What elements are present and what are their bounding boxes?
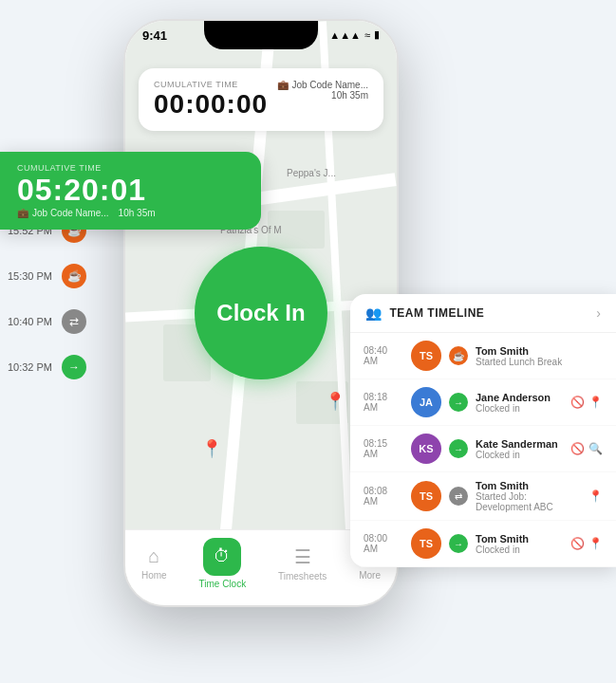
timeclock-icon: ⏱	[214, 546, 231, 566]
team-person-status-1: Started Lunch Break	[476, 357, 595, 367]
nav-item-timesheets[interactable]: ☰ Timesheets	[278, 545, 327, 581]
team-person-info-3: Kate Sanderman Clocked in	[476, 438, 563, 460]
timeline-time-4: 10:32 PM	[0, 361, 52, 373]
team-time-5: 08:00 AM	[364, 533, 403, 554]
team-action-3: →	[449, 439, 468, 458]
clock-in-button[interactable]: Clock In	[195, 247, 327, 379]
team-timeline-title: TEAM TIMELINE	[390, 306, 485, 320]
timeline-item-4: 10:32 PM →	[0, 355, 152, 379]
team-person-status-3: Clocked in	[476, 450, 563, 460]
team-entry-1: 08:40 AM TS ☕ Tom Smith Started Lunch Br…	[350, 333, 616, 379]
team-action-1: ☕	[449, 346, 468, 365]
nav-label-more: More	[359, 570, 381, 581]
timeline-item-2: 15:30 PM ☕	[0, 264, 152, 288]
nav-label-timesheets: Timesheets	[278, 571, 327, 581]
switch-icon: ⇄	[69, 315, 79, 328]
clockin-icon-2: →	[454, 397, 463, 408]
timeline-panel: 15:52 PM ☕ 15:30 PM ☕ 10:40 PM ⇄ 10:32 P…	[0, 218, 152, 400]
team-icons-right-5: 🚫 📍	[570, 537, 603, 550]
no-note-icon-3: 🚫	[570, 442, 585, 455]
team-person-name-5: Tom Smith	[476, 533, 563, 545]
team-icon: 👥	[365, 305, 383, 321]
timeline-time-2: 15:30 PM	[0, 270, 52, 282]
nav-label-home: Home	[141, 570, 167, 581]
avatar-initials-3: KS	[411, 434, 441, 464]
team-avatar-2: JA	[411, 387, 441, 417]
clockin-icon-5: →	[454, 539, 463, 549]
team-timeline-card: 👥 TEAM TIMELINE › 08:40 AM TS ☕ Tom Smit…	[350, 294, 616, 567]
avatar-initials-5: TS	[411, 528, 441, 559]
home-icon: ⌂	[148, 545, 159, 567]
team-entry-2: 08:18 AM JA → Jane Anderson Clocked in 🚫…	[350, 379, 616, 426]
no-note-icon-5: 🚫	[570, 537, 585, 550]
team-action-5: →	[449, 534, 468, 553]
clockin-icon: →	[68, 360, 80, 374]
team-avatar-5: TS	[411, 528, 441, 559]
signal-icon: ▲▲▲	[329, 29, 361, 41]
team-action-4: ⇄	[449, 487, 468, 506]
team-avatar-1: TS	[411, 341, 441, 371]
job-code-row: 💼 Job Code Name... 10h 35m	[277, 80, 368, 101]
team-person-info-2: Jane Anderson Clocked in	[476, 392, 563, 414]
timesheets-icon: ☰	[294, 545, 311, 568]
team-avatar-4: TS	[411, 481, 441, 511]
team-person-info-5: Tom Smith Clocked in	[476, 533, 563, 555]
briefcase-icon-green: 💼	[17, 208, 28, 218]
location-icon-2: 📍	[588, 396, 603, 409]
team-icons-right-3: 🚫 🔍	[570, 442, 603, 455]
timeline-item-3: 10:40 PM ⇄	[0, 309, 152, 334]
team-chevron-icon[interactable]: ›	[596, 305, 601, 321]
timeline-dot-4: →	[62, 355, 86, 379]
map-pin-2: 📍	[325, 391, 345, 412]
green-cumulative-card: CUMULATIVE TIME 05:20:01 💼 Job Code Name…	[0, 152, 261, 230]
timeline-dot-2: ☕	[62, 264, 86, 288]
team-person-info-4: Tom Smith Started Job: Development ABC	[476, 480, 581, 512]
team-time-2: 08:18 AM	[364, 392, 403, 413]
green-job-info: 💼 Job Code Name... 10h 35m	[17, 208, 244, 218]
team-entry-5: 08:00 AM TS → Tom Smith Clocked in 🚫 📍	[350, 521, 616, 567]
location-icon-3: 🔍	[588, 442, 603, 455]
header-card: CUMULATIVE TIME 00:00:00 💼 Job Code Name…	[139, 68, 383, 131]
timeline-time-3: 10:40 PM	[0, 316, 52, 327]
status-time: 9:41	[142, 28, 167, 43]
nav-item-timeclock[interactable]: ⏱ Time Clock	[199, 538, 247, 589]
location-icon-4: 📍	[588, 489, 603, 503]
team-person-name-4: Tom Smith	[476, 480, 581, 491]
switch-icon-4: ⇄	[455, 491, 462, 502]
team-person-name-2: Jane Anderson	[476, 392, 563, 403]
avatar-initials-1: TS	[411, 341, 441, 371]
team-icons-right-4: 📍	[588, 489, 603, 503]
team-timeline-header: 👥 TEAM TIMELINE ›	[350, 294, 616, 333]
timeclock-active-bg: ⏱	[203, 538, 241, 576]
team-entry-3: 08:15 AM KS → Kate Sanderman Clocked in …	[350, 426, 616, 472]
team-person-status-5: Clocked in	[476, 545, 563, 555]
team-time-3: 08:15 AM	[364, 438, 403, 459]
break-icon: ☕	[67, 269, 82, 283]
nav-item-home[interactable]: ⌂ Home	[141, 545, 167, 581]
clock-in-label: Clock In	[216, 300, 305, 326]
job-code-hours: 10h 35m	[277, 90, 368, 101]
nav-label-timeclock: Time Clock	[199, 579, 247, 589]
team-action-2: →	[449, 393, 468, 412]
map-pin: 📍	[201, 438, 222, 459]
location-icon-5: 📍	[588, 537, 603, 550]
team-entry-4: 08:08 AM TS ⇄ Tom Smith Started Job: Dev…	[350, 472, 616, 521]
team-avatar-3: KS	[411, 434, 441, 464]
green-cumulative-label: CUMULATIVE TIME	[17, 163, 244, 173]
team-person-info-1: Tom Smith Started Lunch Break	[476, 345, 595, 367]
status-icons: ▲▲▲ ≈ ▮	[329, 28, 380, 41]
job-code-name: 💼 Job Code Name...	[277, 80, 368, 90]
wifi-icon: ≈	[364, 29, 370, 41]
map-label-1: Peppa's J...	[287, 168, 336, 178]
team-person-name-3: Kate Sanderman	[476, 438, 563, 450]
avatar-initials-2: JA	[411, 387, 441, 417]
clockin-icon-3: →	[454, 444, 463, 454]
team-person-status-2: Clocked in	[476, 403, 563, 414]
team-header-left: 👥 TEAM TIMELINE	[365, 305, 484, 321]
timeline-dot-3: ⇄	[62, 309, 86, 334]
briefcase-icon: 💼	[277, 80, 289, 90]
team-person-name-1: Tom Smith	[476, 345, 595, 357]
team-icons-right-2: 🚫 📍	[570, 396, 603, 409]
avatar-initials-4: TS	[411, 481, 441, 511]
status-bar: 9:41 ▲▲▲ ≈ ▮	[125, 21, 397, 63]
